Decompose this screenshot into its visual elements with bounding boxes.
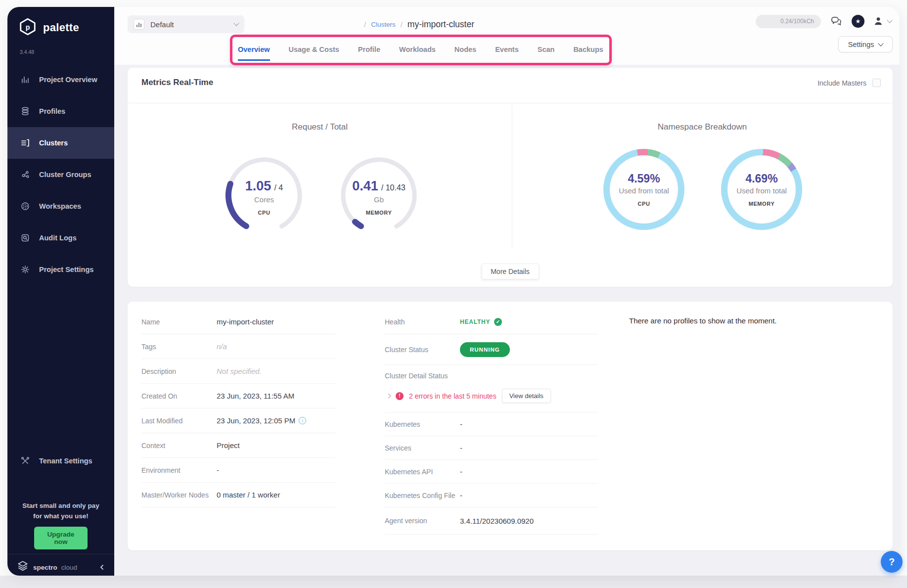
settings-button-label: Settings: [848, 41, 874, 48]
view-details-button[interactable]: View details: [502, 389, 551, 403]
sidebar-item-project-settings[interactable]: Project Settings: [7, 254, 114, 285]
question-mark-icon: ?: [889, 556, 895, 568]
user-menu[interactable]: [873, 16, 892, 27]
memory-donut-label: MEMORY: [749, 201, 775, 207]
tab-backups[interactable]: Backups: [573, 42, 603, 61]
chevron-left-icon: [99, 564, 105, 570]
tab-scan[interactable]: Scan: [538, 42, 555, 61]
list-icon: [20, 138, 30, 148]
breadcrumb-separator: /: [401, 20, 403, 29]
upgrade-now-button[interactable]: Upgrade now: [34, 527, 88, 549]
tab-events[interactable]: Events: [495, 42, 519, 61]
detail-row-health: Health HEALTHY ✓: [385, 310, 597, 334]
memory-request-value: 0.41: [352, 179, 378, 194]
memory-gauge-text: 0.41 / 10.43 Gb MEMORY: [334, 151, 423, 240]
detail-row-kubernetes-config: Kubernetes Config File -: [385, 484, 597, 507]
chevron-down-icon: [878, 41, 884, 46]
settings-button[interactable]: Settings: [838, 36, 893, 52]
tab-workloads[interactable]: Workloads: [399, 42, 436, 61]
tab-nodes[interactable]: Nodes: [454, 42, 476, 61]
more-details-button[interactable]: More Details: [481, 264, 539, 279]
detail-row-created-on: Created On 23 Jun, 2023, 11:55 AM: [141, 384, 335, 408]
brand-name-secondary: cloud: [61, 564, 77, 571]
usage-quota-pill: 0.24/100kCh: [756, 15, 821, 28]
chat-button[interactable]: [829, 14, 843, 28]
palette-hexagon-icon: p: [18, 17, 37, 38]
tab-overview[interactable]: Overview: [238, 42, 270, 61]
namespace-breakdown-title: Namespace Breakdown: [512, 122, 893, 132]
tab-usage-costs[interactable]: Usage & Costs: [289, 42, 339, 61]
app-window: p palette 3.4.48 Project Overview: [7, 7, 900, 576]
metrics-card: Metrics Real-Time Include Masters Reques…: [128, 68, 893, 287]
memory-used-percent: 4.69%: [745, 172, 777, 185]
running-status-badge: RUNNING: [460, 342, 510, 357]
chevron-down-icon: [233, 20, 239, 26]
profiles-empty-message: There are no profiles to show at the mom…: [629, 317, 776, 325]
sidebar-item-label: Profiles: [39, 107, 65, 115]
sidebar-divider: [7, 554, 114, 554]
detail-row-master-worker: Master/Worker Nodes 0 master / 1 worker: [141, 483, 335, 507]
cpu-unit: Cores: [254, 195, 274, 204]
whats-new-button[interactable]: ★: [852, 15, 864, 28]
project-selector-value: Default: [150, 20, 174, 29]
namespace-memory-donut: 4.69% Used from total MEMORY: [721, 149, 802, 230]
detail-row-kubernetes-api: Kubernetes API -: [385, 460, 597, 484]
sidebar-item-project-overview[interactable]: Project Overview: [7, 64, 114, 95]
app-version: 3.4.48: [20, 49, 34, 55]
cpu-gauge-text: 1.05 / 4 Cores CPU: [220, 151, 309, 240]
sidebar-nav: Project Overview Profiles Clusters: [7, 64, 114, 285]
detail-row-agent-version: Agent version 3.4.11/20230609.0920: [385, 507, 597, 535]
details-middle-column: Health HEALTHY ✓ Cluster Status RUNNING …: [385, 310, 597, 535]
breadcrumb-current: my-import-cluster: [408, 19, 474, 30]
sidebar-item-clusters[interactable]: Clusters: [7, 127, 114, 159]
cpu-donut-label: CPU: [637, 201, 650, 207]
app-name: palette: [43, 21, 79, 34]
detail-row-description: Description Not specified.: [141, 359, 335, 384]
cpu-gauge: 1.05 / 4 Cores CPU: [220, 151, 309, 240]
user-icon: [873, 16, 884, 27]
brand-name-primary: spectro: [33, 564, 57, 571]
sidebar-item-cluster-groups[interactable]: Cluster Groups: [7, 159, 114, 190]
detail-row-services: Services -: [385, 436, 597, 460]
sidebar-item-label: Workspaces: [39, 202, 81, 210]
breadcrumb: / Clusters / my-import-cluster: [364, 15, 474, 33]
include-masters-checkbox[interactable]: [872, 79, 881, 87]
tab-bar: Overview Usage & Costs Profile Workloads…: [238, 39, 603, 63]
search-doc-icon: [20, 233, 30, 243]
sidebar-item-audit-logs[interactable]: Audit Logs: [7, 222, 114, 254]
check-icon: ✓: [494, 318, 502, 326]
sidebar-item-tenant-settings[interactable]: Tenant Settings: [7, 447, 114, 475]
memory-used-subtext: Used from total: [736, 186, 787, 195]
tab-profile[interactable]: Profile: [358, 42, 380, 61]
sidebar-item-label: Clusters: [39, 139, 68, 147]
info-icon[interactable]: i: [299, 417, 306, 424]
topbar-right-group: 0.24/100kCh ★: [756, 14, 892, 28]
expand-chevron-icon[interactable]: [386, 394, 391, 399]
target-icon: [20, 201, 30, 211]
include-masters-label: Include Masters: [817, 79, 866, 87]
details-left-column: Name my-import-cluster Tags n/a Descript…: [141, 310, 335, 507]
detail-row-environment: Environment -: [141, 458, 335, 483]
sidebar-item-label: Audit Logs: [39, 234, 77, 242]
namespace-cpu-donut: 4.59% Used from total CPU: [603, 149, 684, 230]
breadcrumb-clusters-link[interactable]: Clusters: [371, 21, 396, 28]
network-icon: [20, 170, 30, 180]
bar-chart-icon: [20, 75, 30, 85]
tools-icon: [20, 456, 30, 466]
cpu-total-value: / 4: [274, 183, 283, 192]
memory-label: MEMORY: [366, 210, 392, 216]
sidebar-item-label: Tenant Settings: [39, 457, 92, 465]
sidebar-item-workspaces[interactable]: Workspaces: [7, 190, 114, 222]
cpu-request-value: 1.05: [245, 179, 272, 194]
health-status: HEALTHY ✓: [460, 318, 502, 326]
sidebar-collapse-button[interactable]: [96, 562, 107, 573]
sidebar-item-label: Project Settings: [39, 266, 93, 273]
error-icon: !: [396, 392, 404, 400]
layers-icon: [20, 106, 30, 116]
spectro-cloud-logo-icon: [16, 560, 29, 575]
project-selector[interactable]: Default: [128, 15, 244, 33]
chat-bubbles-icon: [830, 15, 843, 28]
star-icon: ★: [856, 18, 861, 25]
sidebar-item-profiles[interactable]: Profiles: [7, 95, 114, 127]
help-button[interactable]: ?: [881, 551, 903, 573]
